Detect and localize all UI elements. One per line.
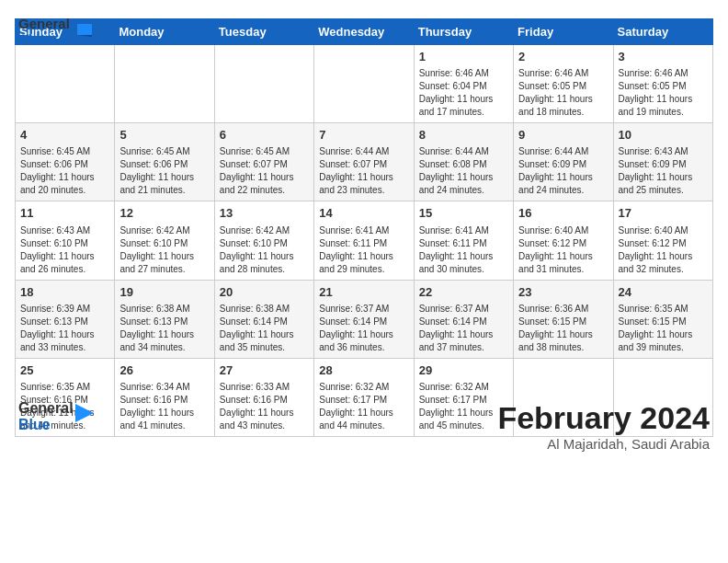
- day-number: 15: [419, 205, 508, 222]
- week-row-4: 18Sunrise: 6:39 AMSunset: 6:13 PMDayligh…: [16, 280, 713, 358]
- day-number: 17: [619, 205, 708, 222]
- day-number: 24: [619, 284, 708, 301]
- day-number: 10: [619, 127, 708, 144]
- day-number: 26: [119, 362, 209, 379]
- calendar-cell: 4Sunrise: 6:45 AMSunset: 6:06 PMDaylight…: [16, 123, 115, 201]
- calendar-cell: 10Sunrise: 6:43 AMSunset: 6:09 PMDayligh…: [613, 123, 712, 201]
- day-number: 19: [119, 284, 209, 301]
- calendar-cell: 3Sunrise: 6:46 AMSunset: 6:05 PMDaylight…: [613, 45, 712, 123]
- calendar-cell: 19Sunrise: 6:38 AMSunset: 6:13 PMDayligh…: [115, 280, 214, 358]
- calendar-cell: 14Sunrise: 6:41 AMSunset: 6:11 PMDayligh…: [314, 201, 414, 280]
- calendar-cell: 1Sunrise: 6:46 AMSunset: 6:04 PMDaylight…: [414, 45, 513, 123]
- calendar-header-row: SundayMondayTuesdayWednesdayThursdayFrid…: [16, 19, 713, 45]
- header-saturday: Saturday: [613, 19, 712, 45]
- cell-sunrise-info: Sunrise: 6:41 AMSunset: 6:11 PMDaylight:…: [419, 224, 508, 276]
- svg-marker-2: [77, 24, 92, 35]
- day-number: 25: [20, 362, 109, 379]
- day-number: 21: [319, 284, 408, 301]
- logo-shape-icon: [72, 22, 92, 42]
- day-number: 3: [619, 49, 708, 65]
- calendar-cell: 24Sunrise: 6:35 AMSunset: 6:15 PMDayligh…: [613, 280, 712, 358]
- calendar-cell: 6Sunrise: 6:45 AMSunset: 6:07 PMDaylight…: [214, 123, 313, 201]
- logo-blue: Blue: [18, 32, 70, 48]
- day-number: 16: [518, 205, 608, 222]
- calendar-cell: 22Sunrise: 6:37 AMSunset: 6:14 PMDayligh…: [414, 280, 513, 358]
- day-number: 9: [518, 127, 608, 144]
- week-row-3: 11Sunrise: 6:43 AMSunset: 6:10 PMDayligh…: [16, 201, 713, 280]
- logo-text-blue: Blue: [18, 417, 74, 433]
- week-row-1: 1Sunrise: 6:46 AMSunset: 6:04 PMDaylight…: [16, 45, 713, 123]
- calendar-cell: [314, 45, 414, 123]
- day-number: 2: [518, 49, 608, 65]
- calendar-cell: 9Sunrise: 6:44 AMSunset: 6:09 PMDaylight…: [514, 123, 613, 201]
- cell-sunrise-info: Sunrise: 6:40 AMSunset: 6:12 PMDaylight:…: [619, 224, 708, 276]
- cell-sunrise-info: Sunrise: 6:35 AMSunset: 6:15 PMDaylight:…: [619, 303, 708, 354]
- calendar-cell: [115, 45, 214, 123]
- header-friday: Friday: [514, 19, 613, 45]
- day-number: 8: [419, 127, 508, 144]
- cell-sunrise-info: Sunrise: 6:41 AMSunset: 6:11 PMDaylight:…: [319, 224, 408, 276]
- header-monday: Monday: [115, 19, 214, 45]
- day-number: 22: [419, 284, 508, 301]
- cell-sunrise-info: Sunrise: 6:37 AMSunset: 6:14 PMDaylight:…: [419, 303, 508, 354]
- cell-sunrise-info: Sunrise: 6:40 AMSunset: 6:12 PMDaylight:…: [518, 224, 608, 276]
- logo-text-general: General: [18, 400, 74, 417]
- day-number: 20: [220, 284, 309, 301]
- cell-sunrise-info: Sunrise: 6:38 AMSunset: 6:13 PMDaylight:…: [119, 303, 209, 354]
- day-number: 13: [220, 205, 309, 222]
- logo-general: General: [18, 17, 70, 32]
- header-tuesday: Tuesday: [214, 19, 313, 45]
- cell-sunrise-info: Sunrise: 6:45 AMSunset: 6:07 PMDaylight:…: [220, 145, 309, 197]
- cell-sunrise-info: Sunrise: 6:38 AMSunset: 6:14 PMDaylight:…: [220, 303, 309, 354]
- day-number: 28: [319, 362, 408, 379]
- cell-sunrise-info: Sunrise: 6:45 AMSunset: 6:06 PMDaylight:…: [119, 145, 209, 197]
- cell-sunrise-info: Sunrise: 6:44 AMSunset: 6:07 PMDaylight:…: [319, 145, 408, 197]
- day-number: 5: [119, 127, 209, 144]
- svg-marker-4: [75, 404, 94, 422]
- calendar-cell: 23Sunrise: 6:36 AMSunset: 6:15 PMDayligh…: [514, 280, 613, 358]
- cell-sunrise-info: Sunrise: 6:42 AMSunset: 6:10 PMDaylight:…: [220, 224, 309, 276]
- day-number: 6: [220, 127, 309, 144]
- cell-sunrise-info: Sunrise: 6:46 AMSunset: 6:05 PMDaylight:…: [619, 67, 708, 119]
- cell-sunrise-info: Sunrise: 6:44 AMSunset: 6:08 PMDaylight:…: [419, 145, 508, 197]
- header-wednesday: Wednesday: [314, 19, 414, 45]
- cell-sunrise-info: Sunrise: 6:43 AMSunset: 6:10 PMDaylight:…: [20, 224, 109, 276]
- day-number: 29: [419, 362, 508, 379]
- day-number: 4: [20, 127, 109, 144]
- day-number: 7: [319, 127, 408, 144]
- cell-sunrise-info: Sunrise: 6:44 AMSunset: 6:09 PMDaylight:…: [518, 145, 608, 197]
- logo-block: General Blue: [18, 400, 94, 434]
- calendar-table: SundayMondayTuesdayWednesdayThursdayFrid…: [15, 18, 713, 437]
- cell-sunrise-info: Sunrise: 6:46 AMSunset: 6:05 PMDaylight:…: [518, 67, 608, 119]
- calendar-cell: 7Sunrise: 6:44 AMSunset: 6:07 PMDaylight…: [314, 123, 414, 201]
- logo-triangle-icon: [75, 404, 94, 430]
- calendar-cell: [214, 45, 313, 123]
- calendar-cell: [16, 45, 115, 123]
- cell-sunrise-info: Sunrise: 6:46 AMSunset: 6:04 PMDaylight:…: [419, 67, 508, 119]
- calendar-cell: 17Sunrise: 6:40 AMSunset: 6:12 PMDayligh…: [613, 201, 712, 280]
- calendar-cell: 12Sunrise: 6:42 AMSunset: 6:10 PMDayligh…: [115, 201, 214, 280]
- calendar-cell: 5Sunrise: 6:45 AMSunset: 6:06 PMDaylight…: [115, 123, 214, 201]
- calendar-cell: 13Sunrise: 6:42 AMSunset: 6:10 PMDayligh…: [214, 201, 313, 280]
- real-header: General Blue February 2024 Al Majaridah,…: [15, 400, 713, 452]
- calendar-cell: 8Sunrise: 6:44 AMSunset: 6:08 PMDaylight…: [414, 123, 513, 201]
- calendar-cell: 18Sunrise: 6:39 AMSunset: 6:13 PMDayligh…: [16, 280, 115, 358]
- day-number: 12: [119, 205, 209, 222]
- logo-container: General Blue: [18, 17, 92, 47]
- calendar-cell: 16Sunrise: 6:40 AMSunset: 6:12 PMDayligh…: [514, 201, 613, 280]
- calendar-cell: 11Sunrise: 6:43 AMSunset: 6:10 PMDayligh…: [16, 201, 115, 280]
- cell-sunrise-info: Sunrise: 6:43 AMSunset: 6:09 PMDaylight:…: [619, 145, 708, 197]
- day-number: 11: [20, 205, 109, 222]
- calendar-cell: 15Sunrise: 6:41 AMSunset: 6:11 PMDayligh…: [414, 201, 513, 280]
- calendar-title-block: February 2024 Al Majaridah, Saudi Arabia: [497, 400, 710, 452]
- day-number: 23: [518, 284, 608, 301]
- calendar-cell: 2Sunrise: 6:46 AMSunset: 6:05 PMDaylight…: [514, 45, 613, 123]
- day-number: 27: [220, 362, 309, 379]
- header-thursday: Thursday: [414, 19, 513, 45]
- day-number: 1: [419, 49, 508, 65]
- week-row-2: 4Sunrise: 6:45 AMSunset: 6:06 PMDaylight…: [16, 123, 713, 201]
- cell-sunrise-info: Sunrise: 6:42 AMSunset: 6:10 PMDaylight:…: [119, 224, 209, 276]
- cell-sunrise-info: Sunrise: 6:39 AMSunset: 6:13 PMDaylight:…: [20, 303, 109, 354]
- calendar-cell: 20Sunrise: 6:38 AMSunset: 6:14 PMDayligh…: [214, 280, 313, 358]
- calendar-cell: 21Sunrise: 6:37 AMSunset: 6:14 PMDayligh…: [314, 280, 414, 358]
